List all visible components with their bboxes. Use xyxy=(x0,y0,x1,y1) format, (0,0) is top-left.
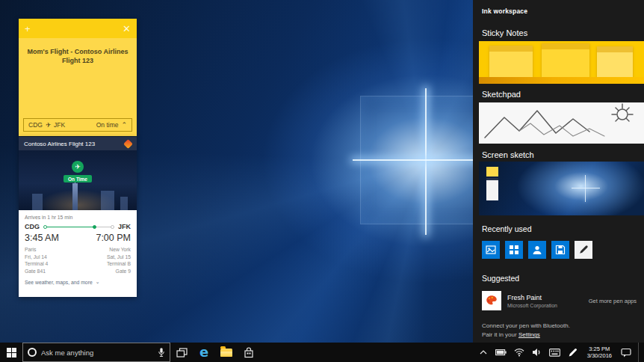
pen-hint-line2: Pair it in your Settings xyxy=(482,331,570,340)
suggested-app-publisher: Microsoft Corporation xyxy=(507,303,557,308)
task-view-button[interactable] xyxy=(170,343,193,362)
sticky-note[interactable]: + ✕ Mom's Flight - Contoso Airlines Flig… xyxy=(19,19,137,136)
arrival-gate: Gate 9 xyxy=(116,268,131,275)
battery-icon xyxy=(495,349,507,356)
route-plane-dot xyxy=(93,225,96,229)
sticky-note-line1: Mom's Flight - Contoso Airlines xyxy=(19,47,137,56)
preview-note xyxy=(489,46,533,79)
detail-row-gate: Gate 841 Gate 9 xyxy=(25,268,131,275)
flight-card-title: Contoso Airlines Flight 123 xyxy=(24,141,95,147)
recent-app-onenote[interactable] xyxy=(505,241,523,259)
arrival-date: Sat, Jul 15 xyxy=(107,254,131,261)
microphone-icon[interactable] xyxy=(158,347,165,358)
volume-status[interactable] xyxy=(531,343,543,362)
note-to-code: JFK xyxy=(54,121,65,129)
flight-progress-line xyxy=(43,224,114,230)
battery-status[interactable] xyxy=(495,343,507,362)
photo-icon xyxy=(486,245,496,255)
clock-time: 3:25 PM xyxy=(587,346,612,352)
preview-note xyxy=(597,46,633,79)
sticky-note-header: + ✕ xyxy=(19,19,137,38)
airline-logo-icon xyxy=(123,139,133,149)
tray-overflow-button[interactable] xyxy=(477,343,489,362)
settings-link[interactable]: Settings xyxy=(518,331,540,338)
ink-workspace-button[interactable] xyxy=(567,343,579,362)
folder-icon xyxy=(220,349,232,357)
close-note-button[interactable]: ✕ xyxy=(123,24,131,34)
note-from-code: CDG xyxy=(28,121,43,129)
sticky-note-text[interactable]: Mom's Flight - Contoso Airlines Flight 1… xyxy=(19,47,137,65)
departure-date: Fri, Jul 14 xyxy=(25,254,47,261)
windows-logo-icon xyxy=(7,348,16,358)
city-building xyxy=(101,191,114,210)
departure-terminal: Terminal 4 xyxy=(25,260,48,268)
arrival-city: New York xyxy=(109,246,131,254)
touch-keyboard-button[interactable] xyxy=(549,343,561,362)
pen-icon xyxy=(578,245,589,255)
add-note-button[interactable]: + xyxy=(25,24,31,34)
sticky-note-line2: Flight 123 xyxy=(19,56,137,65)
taskbar: Ask me anything e xyxy=(0,343,644,362)
show-desktop-button[interactable] xyxy=(638,343,641,362)
edge-button[interactable]: e xyxy=(193,343,215,362)
recent-app-sketch[interactable] xyxy=(575,241,592,259)
arrival-code: JFK xyxy=(118,223,131,230)
route-row: CDG JFK xyxy=(25,223,131,230)
mini-hero-beam xyxy=(572,188,600,188)
suggested-app-name: Fresh Paint xyxy=(507,294,557,301)
times-row: 3:45 AM 7:00 PM xyxy=(25,233,131,243)
recent-app-save[interactable] xyxy=(551,241,569,259)
detail-row-terminal: Terminal 4 Terminal B xyxy=(25,260,131,268)
sticky-notes-preview[interactable] xyxy=(479,41,644,84)
note-status-text: On time xyxy=(96,121,119,129)
detail-row-date: Fri, Jul 14 Sat, Jul 15 xyxy=(25,254,131,261)
pen-hint-line2-text: Pair it in your xyxy=(482,331,518,338)
system-tray: 3:25 PM 3/30/2016 xyxy=(477,343,644,362)
hero-window-vertical-beam xyxy=(425,88,427,235)
city-building xyxy=(120,197,128,210)
ink-workspace-title: Ink workspace xyxy=(482,7,527,15)
flight-card: Contoso Airlines Flight 123 ✈ On Time Ar… xyxy=(19,137,137,297)
screen-sketch-preview[interactable] xyxy=(479,162,644,215)
speaker-icon xyxy=(532,348,542,357)
action-center-button[interactable] xyxy=(620,343,632,362)
recently-used-label: Recently used xyxy=(482,224,532,233)
clock-date: 3/30/2016 xyxy=(587,352,612,359)
note-flight-summary[interactable]: CDG ✈ JFK On time ⌃ xyxy=(23,118,132,132)
plane-icon: ✈ xyxy=(46,121,51,129)
chevron-down-icon: ⌄ xyxy=(96,279,100,285)
departure-gate: Gate 841 xyxy=(25,268,46,275)
screen: + ✕ Mom's Flight - Contoso Airlines Flig… xyxy=(0,0,644,362)
taskbar-clock[interactable]: 3:25 PM 3/30/2016 xyxy=(585,346,614,359)
flight-card-header: Contoso Airlines Flight 123 xyxy=(19,137,137,150)
network-status[interactable] xyxy=(513,343,525,362)
see-more-link[interactable]: See weather, maps, and more ⌄ xyxy=(25,279,131,285)
city-building xyxy=(32,194,43,210)
sketchpad-preview[interactable] xyxy=(479,102,644,144)
chevron-up-icon[interactable]: ⌃ xyxy=(121,121,127,129)
recent-app-people[interactable] xyxy=(528,241,546,259)
search-input[interactable]: Ask me anything xyxy=(41,349,153,357)
preview-note-band xyxy=(479,77,644,84)
ink-workspace-panel: Ink workspace Sticky Notes Sketchpad xyxy=(473,0,644,343)
store-button[interactable] xyxy=(238,343,260,362)
search-box[interactable]: Ask me anything xyxy=(22,343,170,362)
pen-pairing-hint: Connect your pen with Bluetooth. Pair it… xyxy=(482,322,570,340)
suggested-app-row[interactable]: Fresh Paint Microsoft Corporation Get mo… xyxy=(482,291,637,310)
flight-card-body: Arrives in 1 hr 15 min CDG JFK 3:45 AM 7… xyxy=(19,210,137,285)
task-view-icon xyxy=(176,348,188,358)
ontime-badge-label: On Time xyxy=(64,175,92,182)
arrival-countdown: Arrives in 1 hr 15 min xyxy=(25,215,131,220)
departure-time: 3:45 AM xyxy=(25,233,59,243)
sketchpad-drawing xyxy=(479,102,644,144)
detail-row-city: Paris New York xyxy=(25,246,131,254)
route-end-dot xyxy=(111,225,114,229)
recent-app-photos[interactable] xyxy=(482,241,500,259)
start-button[interactable] xyxy=(0,343,22,362)
store-bag-icon xyxy=(244,347,254,358)
save-icon xyxy=(555,245,566,255)
get-more-pen-apps-link[interactable]: Get more pen apps xyxy=(589,298,637,304)
file-explorer-button[interactable] xyxy=(215,343,238,362)
preview-note xyxy=(542,43,589,80)
sketchpad-label: Sketchpad xyxy=(482,90,521,99)
